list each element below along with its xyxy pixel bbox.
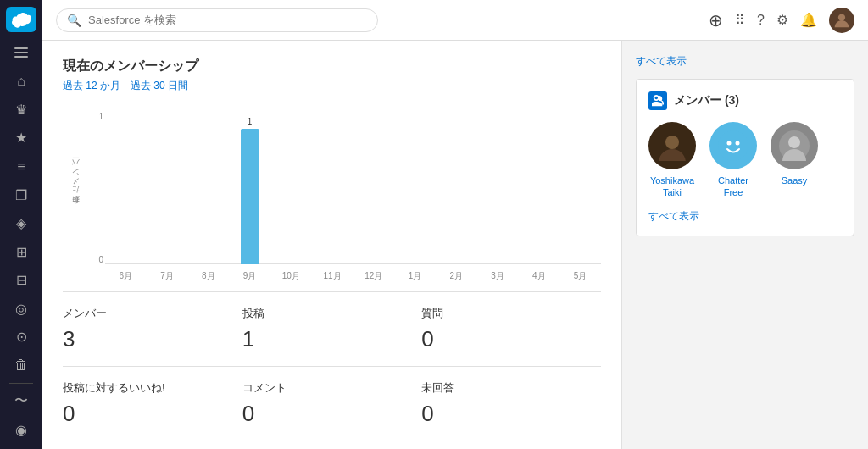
bar-rect [241,129,259,264]
members-card-title: メンバー (3) [674,93,739,108]
y-axis-label: 参加したメンバー [70,161,81,210]
hamburger-menu-icon[interactable] [6,41,36,66]
stat-label: 未回答 [421,380,601,396]
members-card-header: メンバー (3) [648,91,842,110]
grid-icon[interactable]: ⊞ [6,239,36,264]
x-label-1月: 1月 [394,268,436,285]
star-icon[interactable]: ★ [6,125,36,151]
member-name: Saasy [782,175,808,186]
stat-label: メンバー [63,306,242,321]
crown-icon[interactable]: ♛ [6,97,36,123]
target-icon[interactable]: ◎ [6,296,36,321]
x-label-8月: 8月 [188,268,230,285]
shield-icon[interactable]: ◈ [6,211,36,236]
y-val-1: 1 [98,112,103,121]
member-avatar [771,122,818,169]
bar-col-4月 [519,107,560,264]
help-icon[interactable]: ? [757,13,765,28]
member-name: Chatter Free [718,175,748,199]
member-item-2[interactable]: Saasy [771,122,818,199]
search-bar[interactable]: 🔍 [56,8,378,32]
member-avatar [648,122,696,169]
stat-label: 投稿に対するいいね! [63,380,242,396]
member-item-1[interactable]: Chatter Free [709,122,757,199]
trash-icon[interactable]: 🗑 [6,353,36,379]
main-panel: 現在のメンバーシップ 過去 12 か月 過去 30 日間 参加したメンバー 1 … [42,41,622,449]
svg-point-6 [788,136,800,148]
copy-icon[interactable]: ❐ [6,182,36,208]
stat-box-2: 質問0 [421,291,601,366]
stat-label: 投稿 [242,306,422,321]
stat-box-1: 投稿1 [242,291,422,366]
x-label-9月: 9月 [229,268,270,285]
show-all-top-button[interactable]: すべて表示 [636,54,854,69]
x-label-7月: 7月 [147,268,188,285]
list-icon[interactable]: ≡ [6,154,36,180]
pulse-icon[interactable]: 〜 [6,389,36,414]
stat-value: 3 [63,326,242,352]
chart-icon[interactable]: ⊟ [6,268,36,293]
members-card-icon [648,91,667,110]
apps-icon[interactable]: ⠿ [735,12,745,28]
stat-box-0: メンバー3 [63,291,242,366]
x-label-4月: 4月 [519,268,560,285]
bar-col-5月 [559,107,601,264]
topbar-action-icons: ⊕ ⠿ ? ⚙ 🔔 [709,8,854,33]
sidebar: ⌂ ♛ ★ ≡ ❐ ◈ ⊞ ⊟ ◎ ⊙ 🗑 〜 ◉ [0,0,42,449]
add-icon[interactable]: ⊕ [709,10,723,30]
date-filter-links: 過去 12 か月 過去 30 日間 [63,79,601,93]
member-avatar [709,122,757,169]
user-avatar[interactable] [829,8,854,33]
x-label-6月: 6月 [105,268,147,285]
home-icon[interactable]: ⌂ [6,69,36,94]
bar-col-8月 [188,107,230,264]
user-circle-icon[interactable]: ◉ [6,417,36,442]
bar-col-7月 [147,107,188,264]
stat-value: 0 [421,326,601,352]
stat-value: 0 [421,401,601,427]
member-name: Yoshikawa Taiki [650,175,694,199]
chart-x-labels: 6月7月8月9月10月11月12月1月2月3月4月5月 [105,268,601,285]
stats-grid: メンバー3投稿1質問0投稿に対するいいね!0コメント0未回答0 [63,291,601,441]
chart-bars: 1 [105,107,601,264]
x-label-3月: 3月 [477,268,519,285]
show-all-members-button[interactable]: すべて表示 [648,210,699,222]
bar-col-2月 [436,107,477,264]
page-title: 現在のメンバーシップ [63,58,601,75]
notifications-icon[interactable]: 🔔 [800,12,817,28]
stat-label: 質問 [421,306,601,321]
clock-icon[interactable]: ⊙ [6,324,36,350]
svg-point-1 [665,136,679,149]
search-input[interactable] [88,14,367,26]
stat-box-5: 未回答0 [421,366,601,441]
svg-point-0 [838,14,845,20]
x-label-10月: 10月 [270,268,312,285]
bar-col-3月 [477,107,519,264]
bar-col-1月 [394,107,436,264]
salesforce-logo[interactable] [6,7,36,32]
member-item-0[interactable]: Yoshikawa Taiki [648,122,696,199]
x-label-11月: 11月 [312,268,353,285]
bar-col-6月 [105,107,147,264]
members-avatars-list: Yoshikawa TaikiChatter FreeSaasy [648,122,842,199]
stat-value: 0 [242,401,422,427]
stat-value: 0 [63,401,242,427]
date-link-30days[interactable]: 過去 30 日間 [131,79,188,93]
search-icon: 🔍 [67,14,81,27]
bar-col-12月 [353,107,395,264]
stat-box-4: コメント0 [242,366,422,441]
svg-point-4 [736,141,740,146]
bar-col-11月 [312,107,353,264]
stat-value: 1 [242,326,422,352]
right-panel: すべて表示 メンバー (3) Yoshikawa TaikiChatter Fr… [622,41,868,449]
y-val-0: 0 [98,255,103,264]
bar-top-label: 1 [248,117,253,129]
members-card: メンバー (3) Yoshikawa TaikiChatter FreeSaas… [636,79,854,236]
sidebar-divider [9,383,33,384]
date-link-12months[interactable]: 過去 12 か月 [63,79,120,93]
x-label-5月: 5月 [559,268,601,285]
stat-label: コメント [242,380,422,396]
svg-point-2 [718,130,748,161]
x-label-2月: 2月 [436,268,477,285]
settings-icon[interactable]: ⚙ [776,12,788,28]
